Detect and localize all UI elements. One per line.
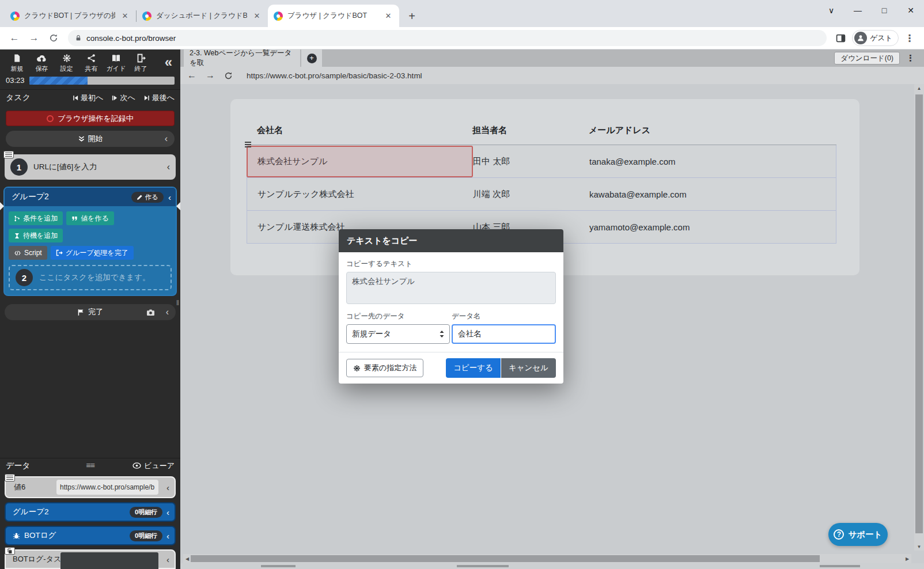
data-botlog-task-row[interactable]: BOTログ-タス ‹ [5,549,176,569]
horizontal-scrollbar[interactable]: ◀ ▶ [183,554,911,563]
downloads-button[interactable]: ダウンロード(0) [834,52,900,65]
pencil-icon [137,194,143,200]
workspace-menu-icon[interactable]: ⋮ [906,53,915,63]
bot-back-button[interactable]: ← [187,70,196,81]
data-botlog-label: BOTログ [24,530,56,541]
group2-header[interactable]: グループ2 作る ‹ [5,188,176,206]
bot-page-url[interactable]: https://www.c-bot.pro/sample/basic/basic… [247,71,422,80]
collapse-chevron-icon[interactable]: ‹ [165,134,168,144]
collapse-chevron-icon[interactable]: ‹ [166,307,169,317]
horizontal-scroll-thumb[interactable] [191,555,820,562]
chrome-tab-1[interactable]: クラウドBOT | ブラウザの操作を自動 ✕ [5,5,136,27]
reload-button[interactable] [45,29,62,47]
cell-person[interactable]: 田中 太郎 [473,156,589,167]
sidebar-collapse-icon[interactable]: « [165,56,172,68]
side-panel-icon[interactable] [832,29,850,47]
maximize-button[interactable]: □ [871,0,898,21]
close-button[interactable]: ✕ [898,0,924,21]
session-progress: 03:23 [0,75,180,89]
camera-icon[interactable] [146,309,155,316]
save-button[interactable]: 保存 [31,54,53,73]
chevron-icon[interactable]: ‹ [166,555,169,564]
chevron-icon[interactable]: ‹ [166,483,169,492]
minimize-button[interactable]: — [845,0,871,21]
guide-button[interactable]: ガイド [105,54,127,73]
start-section-bar[interactable]: 開始 ‹ [6,131,175,147]
vertical-scroll-thumb[interactable] [915,94,923,533]
go-first-button[interactable]: 最初へ [72,93,103,103]
viewer-button[interactable]: ビューア [132,461,175,471]
cell-email[interactable]: kawabata@example.com [589,189,836,199]
done-section-bar[interactable]: 完了 ‹ [5,304,176,320]
group2-create-badge[interactable]: 作る [131,192,164,203]
settings-button[interactable]: 設定 [55,54,78,73]
table-row[interactable]: サンプルテック株式会社 川端 次郎 kawabata@example.com [247,178,836,211]
chrome-profile-menu-icon[interactable]: ∨ [818,0,845,21]
add-wait-button[interactable]: 待機を追加 [9,229,63,242]
add-condition-button[interactable]: 条件を追加 [9,211,63,225]
scroll-right-icon[interactable]: ▶ [903,556,911,562]
data-name-input[interactable] [452,324,556,344]
task-2-placeholder[interactable]: 2 ここにタスクを追加できます。 [9,265,172,290]
chevron-icon[interactable]: ‹ [166,531,169,541]
sidebar-resize-handle[interactable]: ‖ [176,298,180,307]
new-tab-button[interactable]: + [404,8,420,24]
col-header-person: 担当者名 [472,125,589,136]
cancel-button[interactable]: キャンセル [501,358,556,378]
sidebar-toolbar: 新規 保存 設定 共有 ガイド [0,50,180,75]
botlog-task-input[interactable] [60,552,158,569]
tab-title: クラウドBOT | ブラウザの操作を自動 [24,11,115,21]
support-button[interactable]: ? サポート [828,523,888,546]
data-botlog-row[interactable]: BOTログ 0明細行 ‹ [5,526,176,545]
recording-status-button[interactable]: ブラウザ操作を記録中 [6,111,175,126]
element-method-button[interactable]: 要素の指定方法 [346,359,423,377]
modal-header[interactable]: テキストをコピー [339,229,563,252]
profile-button[interactable]: ゲスト [852,30,899,46]
dest-data-select[interactable]: 新規データ [346,324,450,344]
exit-button[interactable]: 終了 [130,54,152,73]
table-row[interactable]: 株式会社サンプル 田中 太郎 tanaka@example.com [247,145,836,178]
address-bar[interactable]: console.c-bot.pro/browser [68,30,827,46]
scroll-left-icon[interactable]: ◀ [183,556,191,562]
bot-tab[interactable]: 2-3. Webページから一覧データを取 [184,50,300,67]
tab-close-icon[interactable]: ✕ [120,11,130,21]
drag-handle-icon[interactable]: ≡≡ [86,461,94,470]
chrome-tab-2[interactable]: ダッシュボード | クラウドBOT ✕ [137,5,268,27]
go-next-button[interactable]: 次へ [111,93,135,103]
group-chevron-icon[interactable]: ‹ [168,192,171,202]
share-button[interactable]: 共有 [80,54,103,73]
scroll-down-icon[interactable]: ▼ [914,543,924,551]
tab-close-icon[interactable]: ✕ [383,11,393,21]
forward-button[interactable]: → [25,29,43,47]
tab-close-icon[interactable]: ✕ [252,11,262,21]
browser-menu-icon[interactable]: ⋮ [901,29,918,47]
code-icon [14,250,21,256]
new-button[interactable]: 新規 [6,54,28,73]
data-name-label: データ名 [452,312,556,321]
back-button[interactable]: ← [6,29,23,47]
vertical-scrollbar[interactable]: ▲ ▼ [914,84,924,551]
value6-input[interactable]: https://www.c-bot.pro/sample/b [56,480,158,495]
data-value6-row[interactable]: 値6 https://www.c-bot.pro/sample/b ‹ [5,476,176,498]
cell-email[interactable]: yamamoto@example.com [589,222,836,232]
bot-forward-button[interactable]: → [206,70,215,81]
task-chevron-icon[interactable]: ‹ [167,162,170,172]
session-timer: 03:23 [6,76,25,85]
copy-text-field[interactable]: 株式会社サンプル [346,272,556,304]
cell-company[interactable]: サンプルテック株式会社 [247,189,473,200]
chrome-tab-3-active[interactable]: ブラウザ | クラウドBOT ✕ [268,5,399,27]
finish-group-button[interactable]: グループ処理を完了 [51,246,134,260]
add-bot-tab-button[interactable]: + [301,50,322,67]
cell-person[interactable]: 川端 次郎 [473,189,589,200]
copy-confirm-button[interactable]: コピーする [446,358,501,378]
chevron-icon[interactable]: ‹ [166,507,169,517]
cell-email[interactable]: tanaka@example.com [589,157,836,166]
script-button[interactable]: Script [9,246,47,260]
task-1-url-input[interactable]: 1 URLに[値6]を入力 ‹ [5,154,176,180]
go-last-button[interactable]: 最後へ [143,93,175,103]
create-value-button[interactable]: 値を作る [66,211,114,225]
bot-reload-button[interactable] [224,71,233,80]
element-grip-icon[interactable] [245,142,251,149]
scroll-up-icon[interactable]: ▲ [914,84,924,92]
data-group2-row[interactable]: グループ2 0明細行 ‹ [5,502,176,522]
